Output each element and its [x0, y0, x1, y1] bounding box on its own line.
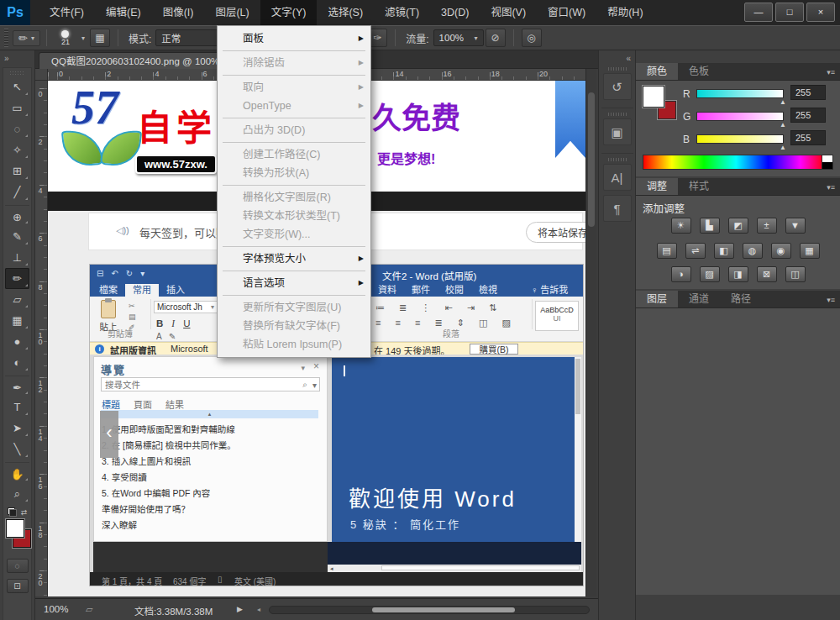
- eyedropper-tool[interactable]: ╱: [5, 181, 29, 202]
- paragraph-buttons-row1[interactable]: ≔ ≣ ⋮ ⇤ ⇥ ⇅: [375, 302, 502, 313]
- brush-preset-caret[interactable]: ▾: [78, 34, 88, 42]
- pen-tool[interactable]: ✒: [5, 376, 29, 397]
- canvas-horizontal-scrollbar[interactable]: [269, 606, 590, 614]
- scrollbar-thumb[interactable]: [372, 607, 515, 612]
- menubar-item[interactable]: 图像(I): [152, 0, 205, 25]
- photo-filter-adjustment-icon[interactable]: ◍: [743, 243, 763, 259]
- dock-panel-icon[interactable]: A|: [603, 164, 632, 191]
- menubar-item[interactable]: 窗口(W): [537, 0, 596, 25]
- move-tool[interactable]: ↖: [5, 76, 29, 97]
- word-quick-access-icon[interactable]: ⊟: [97, 269, 103, 278]
- clipboard-mini-icon[interactable]: ✂: [129, 302, 136, 310]
- panel-tab[interactable]: 颜色: [636, 63, 678, 80]
- rectangular-marquee-tool[interactable]: ▭: [5, 97, 29, 118]
- word-quick-access-icon[interactable]: ▾: [140, 269, 144, 278]
- dock-panel-icon[interactable]: ▣: [603, 118, 632, 145]
- minimize-button[interactable]: —: [744, 3, 773, 22]
- line-tool[interactable]: ╲: [5, 439, 29, 460]
- nav-list-item[interactable]: 1. 使用即時版面配置和對齊輔助線: [102, 422, 323, 438]
- type-menu-item[interactable]: 栅格化文字图层(R)▶: [218, 188, 370, 207]
- channel-mixer-adjustment-icon[interactable]: ◉: [771, 243, 791, 259]
- slider-handle-icon[interactable]: ▲: [780, 144, 786, 151]
- buy-button[interactable]: 購買(B): [470, 344, 518, 355]
- exposure-adjustment-icon[interactable]: ±: [757, 218, 777, 234]
- word-vertical-scrollbar[interactable]: [575, 357, 581, 542]
- dock-panel-icon[interactable]: ¶: [603, 195, 632, 222]
- paragraph-panel-button[interactable]: ¶: [601, 195, 633, 222]
- scrollbar-thumb[interactable]: [588, 92, 595, 227]
- scrollbar-thumb[interactable]: [381, 565, 580, 570]
- color-balance-adjustment-icon[interactable]: ⇌: [685, 243, 706, 259]
- foreground-color-swatch[interactable]: [6, 519, 24, 538]
- vibrance-adjustment-icon[interactable]: ▼: [785, 218, 806, 234]
- type-menu-item[interactable]: 面板▶: [218, 29, 370, 48]
- menubar-item[interactable]: 图层(L): [204, 0, 260, 25]
- word-quick-access-icon[interactable]: ↻: [126, 269, 133, 278]
- font-color-buttons[interactable]: A ✎: [156, 332, 178, 341]
- nav-list-item[interactable]: 4. 享受閱讀: [102, 470, 323, 486]
- font-style-buttons[interactable]: B I U: [156, 318, 190, 328]
- nav-tab[interactable]: 結果: [165, 397, 184, 411]
- font-name-select[interactable]: Microsoft Jh▾: [154, 301, 218, 313]
- swap-colors-icon[interactable]: ⇄: [21, 508, 28, 517]
- nav-list-item[interactable]: 3. 插入線上圖片和視訊: [102, 454, 323, 470]
- flow-select[interactable]: 100%▾: [433, 29, 484, 46]
- type-menu-item[interactable]: 取向▶: [218, 78, 370, 97]
- channel-slider[interactable]: ▲: [696, 89, 784, 98]
- panel-tab[interactable]: 路径: [720, 291, 762, 307]
- type-tool[interactable]: T: [5, 397, 29, 418]
- menubar-item[interactable]: 文件(F): [39, 0, 95, 25]
- blur-tool[interactable]: ●: [5, 331, 29, 352]
- black-white-wells[interactable]: [822, 155, 832, 169]
- type-menu-item[interactable]: 替换所有缺欠字体(F)▶: [218, 317, 370, 335]
- panel-menu-icon[interactable]: ▾≡: [827, 68, 835, 76]
- path-selection-tool[interactable]: ➤: [5, 418, 29, 439]
- zoom-level-field[interactable]: 100%: [44, 604, 68, 614]
- channel-slider[interactable]: ▲: [696, 112, 784, 121]
- toolbar-gripper[interactable]: [9, 71, 25, 75]
- menubar-item[interactable]: 帮助(H): [596, 0, 654, 25]
- menubar-item[interactable]: 视图(V): [480, 0, 537, 25]
- type-menu-item[interactable]: 转换为形状(A)▶: [218, 164, 370, 182]
- current-tool-preset[interactable]: ✏▾: [13, 30, 40, 46]
- save-site-button[interactable]: 将本站保存: [526, 222, 585, 243]
- search-icon[interactable]: ⌕: [302, 380, 307, 390]
- word-quick-access-icon[interactable]: ↶: [111, 269, 118, 278]
- color-spectrum-bar[interactable]: [643, 155, 833, 170]
- maximize-button[interactable]: □: [775, 3, 804, 22]
- panel-tab[interactable]: 样式: [678, 178, 720, 195]
- zoom-tool[interactable]: ⌕: [5, 483, 29, 504]
- menubar-item[interactable]: 编辑(E): [95, 0, 152, 25]
- panel-tab[interactable]: 调整: [636, 178, 678, 195]
- panel-menu-icon[interactable]: ▾≡: [827, 296, 835, 304]
- style-preview[interactable]: AaBbCcD UI: [535, 301, 579, 331]
- word-ribbon-tab[interactable]: 資料: [370, 284, 404, 297]
- levels-adjustment-icon[interactable]: ▙: [700, 218, 720, 234]
- channel-slider[interactable]: ▲: [696, 134, 784, 144]
- word-ribbon-tab[interactable]: 郵件: [404, 284, 438, 297]
- type-menu-item[interactable]: 转换文本形状类型(T)▶: [218, 207, 370, 225]
- nav-dropdown-icon[interactable]: ▾: [301, 364, 305, 372]
- bold-button[interactable]: B: [156, 318, 163, 328]
- clipboard-mini-icon[interactable]: ▤: [129, 313, 136, 321]
- panel-tab[interactable]: 通道: [678, 291, 720, 307]
- nav-tab[interactable]: 標題: [102, 397, 120, 411]
- history-panel-button[interactable]: ↺: [601, 67, 633, 100]
- nav-close-icon[interactable]: ×: [313, 360, 319, 372]
- type-menu-item[interactable]: 更新所有文字图层(U)▶: [218, 298, 370, 317]
- layers-list[interactable]: [636, 308, 840, 595]
- 3d-panel-button[interactable]: ▣: [601, 108, 633, 145]
- options-bar-gripper[interactable]: [4, 29, 8, 47]
- type-menu-item[interactable]: 粘贴 Lorem Ipsum(P)▶: [218, 335, 370, 354]
- type-menu-item[interactable]: OpenType▶: [218, 97, 370, 115]
- invert-adjustment-icon[interactable]: ◑: [671, 266, 691, 282]
- channel-value-field[interactable]: 255: [790, 85, 826, 100]
- collapse-panels-icon[interactable]: «: [626, 54, 629, 63]
- eraser-tool[interactable]: ▱: [5, 289, 29, 310]
- type-menu-item[interactable]: 字体预览大小▶: [218, 250, 370, 268]
- type-menu-item[interactable]: 语言选项▶: [218, 274, 370, 292]
- character-panel-button[interactable]: A|: [601, 153, 633, 191]
- menubar-item[interactable]: 文字(Y): [260, 0, 318, 25]
- carousel-back-chevron[interactable]: ‹: [100, 411, 118, 458]
- chevron-down-icon[interactable]: ▾: [312, 381, 317, 390]
